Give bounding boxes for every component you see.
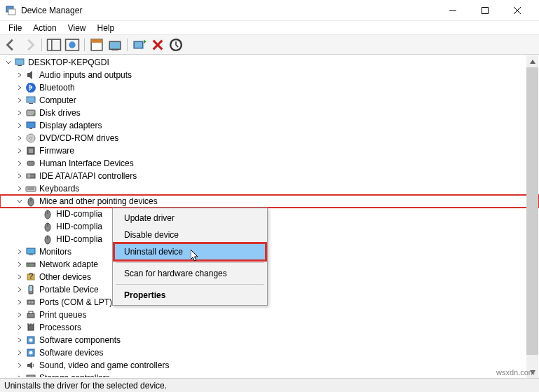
category-node[interactable]: Print queues bbox=[0, 309, 539, 321]
category-node[interactable]: Storage controllers bbox=[0, 372, 539, 377]
ctx-separator bbox=[116, 262, 264, 263]
caret-right-icon[interactable] bbox=[15, 374, 24, 377]
disable-button[interactable] bbox=[168, 37, 184, 53]
category-mice[interactable]: Mice and other pointing devices bbox=[0, 195, 539, 208]
caret-right-icon[interactable] bbox=[15, 273, 24, 281]
caret-right-icon[interactable] bbox=[15, 109, 24, 117]
category-label: Firmware bbox=[39, 146, 74, 156]
caret-right-icon[interactable] bbox=[15, 260, 24, 269]
ctx-update-driver[interactable]: Update driver bbox=[114, 210, 266, 227]
svg-point-55 bbox=[29, 302, 30, 303]
caret-right-icon[interactable] bbox=[15, 83, 24, 92]
category-node[interactable]: Display adapters bbox=[0, 119, 539, 132]
caret-down-icon[interactable] bbox=[15, 197, 24, 205]
category-node[interactable]: Sound, video and game controllers bbox=[0, 359, 539, 372]
svg-rect-1 bbox=[8, 9, 15, 15]
uninstall-button[interactable] bbox=[149, 37, 166, 53]
category-node[interactable]: Ports (COM & LPT) bbox=[0, 296, 539, 309]
category-label: DVD/CD-ROM drives bbox=[39, 133, 118, 143]
ctx-uninstall-device[interactable]: Uninstall device bbox=[114, 243, 266, 260]
ports-icon bbox=[25, 297, 36, 308]
menu-file[interactable]: File bbox=[3, 22, 27, 34]
back-button[interactable] bbox=[3, 37, 20, 53]
caret-right-icon[interactable] bbox=[15, 285, 24, 294]
forward-button[interactable] bbox=[21, 37, 38, 53]
category-node[interactable]: Monitors bbox=[0, 245, 539, 258]
category-node[interactable]: Network adapte bbox=[0, 258, 539, 271]
update-button[interactable] bbox=[107, 37, 123, 53]
category-node[interactable]: IDE ATA/ATAPI controllers bbox=[0, 170, 539, 182]
category-node[interactable]: Software devices bbox=[0, 346, 539, 359]
dvd-icon bbox=[25, 133, 36, 144]
mouse-icon bbox=[42, 234, 53, 245]
category-node[interactable]: Disk drives bbox=[0, 107, 539, 119]
category-node[interactable]: Human Interface Devices bbox=[0, 157, 539, 170]
category-node[interactable]: Bluetooth bbox=[0, 81, 539, 94]
device-node[interactable]: HID-complia bbox=[0, 233, 539, 245]
category-node[interactable]: Firmware bbox=[0, 144, 539, 157]
category-label: Bluetooth bbox=[39, 83, 75, 93]
svg-rect-3 bbox=[482, 7, 489, 13]
device-node[interactable]: HID-complia bbox=[0, 208, 539, 220]
device-tree[interactable]: DESKTOP-KEPQGDI Audio inputs and outputs… bbox=[0, 55, 539, 377]
bluetooth-icon bbox=[25, 82, 36, 93]
caret-right-icon[interactable] bbox=[15, 298, 24, 306]
other-icon: ? bbox=[25, 271, 36, 283]
menu-help[interactable]: Help bbox=[92, 22, 121, 34]
caret-right-icon[interactable] bbox=[15, 96, 24, 104]
maximize-button[interactable] bbox=[469, 0, 501, 21]
root-node[interactable]: DESKTOP-KEPQGDI bbox=[0, 56, 539, 69]
vertical-scrollbar[interactable] bbox=[526, 55, 538, 378]
speaker-icon bbox=[25, 69, 36, 81]
svg-rect-14 bbox=[134, 41, 143, 48]
caret-right-icon[interactable] bbox=[15, 121, 24, 130]
svg-rect-13 bbox=[111, 49, 118, 50]
caret-right-icon[interactable] bbox=[15, 134, 24, 142]
scroll-up-arrow[interactable] bbox=[526, 55, 538, 67]
close-button[interactable] bbox=[501, 0, 533, 21]
minimize-button[interactable] bbox=[437, 0, 469, 21]
category-node[interactable]: Portable Device bbox=[0, 283, 539, 296]
caret-right-icon[interactable] bbox=[15, 71, 24, 79]
svg-rect-54 bbox=[27, 300, 34, 304]
caret-right-icon[interactable] bbox=[15, 311, 24, 319]
ctx-separator bbox=[116, 284, 264, 285]
category-mice-label: Mice and other pointing devices bbox=[39, 196, 158, 206]
category-node[interactable]: Processors bbox=[0, 321, 539, 334]
caret-right-icon[interactable] bbox=[15, 361, 24, 370]
category-label: Network adapte bbox=[39, 259, 98, 269]
menu-action[interactable]: Action bbox=[27, 22, 62, 34]
caret-right-icon[interactable] bbox=[15, 159, 24, 168]
help-button[interactable] bbox=[64, 37, 81, 53]
ctx-scan-hardware[interactable]: Scan for hardware changes bbox=[114, 265, 266, 282]
category-node[interactable]: Audio inputs and outputs bbox=[0, 69, 539, 81]
toolbar bbox=[0, 35, 539, 55]
menu-view[interactable]: View bbox=[62, 22, 92, 34]
category-node[interactable]: ?Other devices bbox=[0, 271, 539, 283]
caret-right-icon[interactable] bbox=[15, 147, 24, 155]
caret-right-icon[interactable] bbox=[15, 323, 24, 332]
device-node[interactable]: HID-complia bbox=[0, 220, 539, 233]
category-node[interactable]: Computer bbox=[0, 94, 539, 107]
category-node[interactable]: DVD/CD-ROM drives bbox=[0, 132, 539, 144]
caret-down-icon[interactable] bbox=[4, 58, 13, 67]
category-label: Human Interface Devices bbox=[39, 158, 134, 168]
category-label: Disk drives bbox=[39, 108, 81, 118]
caret-right-icon[interactable] bbox=[15, 336, 24, 344]
scrollbar-thumb[interactable] bbox=[526, 67, 538, 355]
category-label: Computer bbox=[39, 95, 76, 105]
ctx-disable-device[interactable]: Disable device bbox=[114, 227, 266, 243]
ctx-properties[interactable]: Properties bbox=[114, 287, 266, 304]
caret-right-icon[interactable] bbox=[15, 248, 24, 256]
category-node[interactable]: Keyboards bbox=[0, 182, 539, 195]
caret-right-icon[interactable] bbox=[15, 349, 24, 357]
window-title: Device Manager bbox=[21, 6, 437, 15]
svg-rect-58 bbox=[29, 311, 33, 313]
caret-right-icon[interactable] bbox=[15, 172, 24, 180]
properties-button[interactable] bbox=[88, 37, 105, 53]
svg-point-28 bbox=[30, 137, 32, 140]
category-node[interactable]: Software components bbox=[0, 334, 539, 346]
show-hide-tree-button[interactable] bbox=[46, 37, 62, 53]
scan-hardware-button[interactable] bbox=[131, 37, 148, 53]
caret-right-icon[interactable] bbox=[15, 184, 24, 193]
